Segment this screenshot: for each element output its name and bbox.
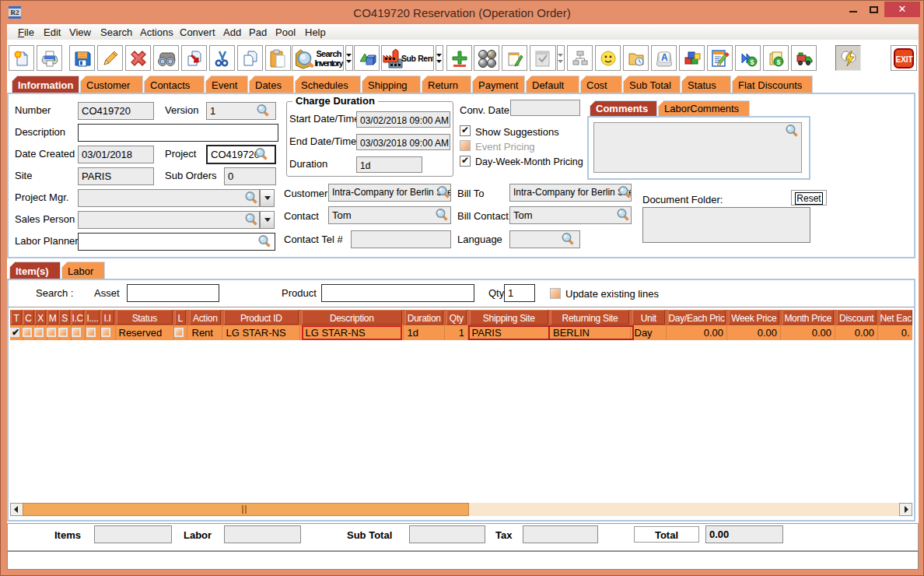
svg-text:?: ? xyxy=(489,49,494,58)
svg-text:$: $ xyxy=(750,58,754,66)
svg-text:A: A xyxy=(661,52,668,63)
svg-text:EXIT: EXIT xyxy=(896,55,913,64)
svg-text:Sub Rent: Sub Rent xyxy=(401,54,433,63)
svg-text:Inventory: Inventory xyxy=(314,58,343,68)
svg-text:$: $ xyxy=(776,58,780,66)
svg-text:Search: Search xyxy=(316,49,341,58)
